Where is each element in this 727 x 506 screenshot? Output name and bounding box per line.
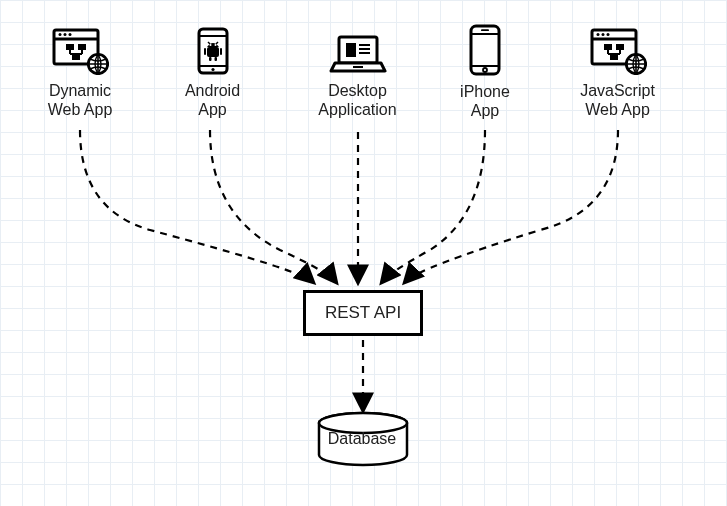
svg-rect-44 — [616, 44, 624, 50]
client-label-line1: iPhone — [445, 82, 525, 101]
svg-point-41 — [601, 33, 604, 36]
client-label-line1: Desktop — [300, 81, 415, 100]
svg-rect-27 — [339, 37, 377, 63]
svg-point-4 — [69, 33, 72, 36]
svg-rect-18 — [207, 47, 219, 57]
svg-rect-5 — [66, 44, 74, 50]
iphone-icon — [466, 24, 504, 80]
svg-point-42 — [606, 33, 609, 36]
svg-point-17 — [211, 68, 214, 71]
svg-rect-26 — [214, 57, 217, 61]
client-javascript-web-app: JavaScript Web App — [560, 27, 675, 120]
client-label-line2: Application — [300, 100, 415, 119]
svg-rect-25 — [209, 57, 212, 61]
svg-rect-36 — [481, 29, 489, 31]
client-label-line2: App — [445, 101, 525, 120]
svg-rect-43 — [604, 44, 612, 50]
client-label-line2: App — [170, 100, 255, 119]
laptop-icon — [329, 33, 387, 79]
rest-api-box: REST API — [303, 290, 423, 336]
client-desktop-application: Desktop Application — [300, 33, 415, 120]
client-android-app: Android App — [170, 27, 255, 120]
browser-globe-icon — [589, 27, 647, 79]
svg-point-3 — [64, 33, 67, 36]
svg-rect-32 — [353, 66, 363, 68]
client-label-line2: Web App — [30, 100, 130, 119]
database-label: Database — [310, 430, 414, 448]
svg-rect-24 — [220, 48, 222, 55]
svg-point-19 — [209, 44, 211, 46]
svg-point-40 — [596, 33, 599, 36]
svg-rect-28 — [346, 43, 356, 57]
client-label-line1: Dynamic — [30, 81, 130, 100]
client-iphone-app: iPhone App — [445, 24, 525, 121]
client-label-line1: Android — [170, 81, 255, 100]
svg-point-2 — [59, 33, 62, 36]
svg-point-20 — [214, 44, 216, 46]
rest-api-label: REST API — [325, 303, 401, 323]
svg-rect-23 — [204, 48, 206, 55]
client-label-line2: Web App — [560, 100, 675, 119]
android-phone-icon — [193, 27, 233, 79]
svg-rect-6 — [78, 44, 86, 50]
client-label-line1: JavaScript — [560, 81, 675, 100]
client-dynamic-web-app: Dynamic Web App — [30, 27, 130, 120]
browser-globe-icon — [51, 27, 109, 79]
